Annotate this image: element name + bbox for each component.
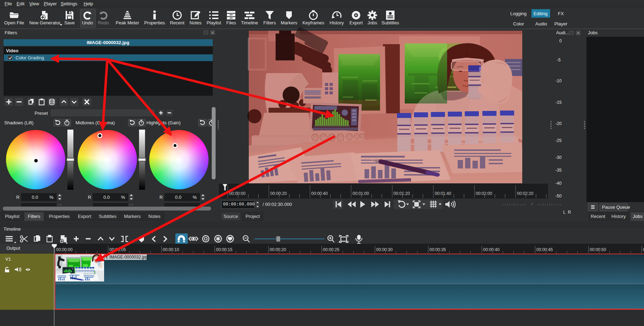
svg-text:00:01:20: 00:01:20 bbox=[393, 191, 410, 196]
svg-text:00:00:05: 00:00:05 bbox=[109, 247, 126, 252]
svg-text:00:00:10: 00:00:10 bbox=[163, 247, 179, 252]
svg-text:00:00:30: 00:00:30 bbox=[376, 247, 393, 252]
svg-text:00:00:25: 00:00:25 bbox=[323, 247, 339, 252]
svg-text:00:02:00: 00:02:00 bbox=[476, 191, 492, 196]
svg-text:00:00:35: 00:00:35 bbox=[429, 247, 446, 252]
svg-text:00:00:00: 00:00:00 bbox=[229, 191, 246, 196]
svg-text:00:00:15: 00:00:15 bbox=[216, 247, 233, 252]
svg-text:00:01:00: 00:01:00 bbox=[353, 191, 369, 196]
svg-text:00:00:40: 00:00:40 bbox=[311, 191, 328, 196]
svg-text:00:00:00: 00:00:00 bbox=[56, 247, 73, 252]
svg-text:00:00:20: 00:00:20 bbox=[270, 247, 286, 252]
svg-text:00:01:40: 00:01:40 bbox=[435, 191, 451, 196]
svg-text:00:00:45: 00:00:45 bbox=[536, 247, 553, 252]
svg-text:00:00:50: 00:00:50 bbox=[590, 247, 606, 252]
svg-text:00:02:20: 00:02:20 bbox=[517, 191, 534, 196]
svg-text:00:00:40: 00:00:40 bbox=[483, 247, 500, 252]
svg-text:00:00:20: 00:00:20 bbox=[270, 191, 287, 196]
